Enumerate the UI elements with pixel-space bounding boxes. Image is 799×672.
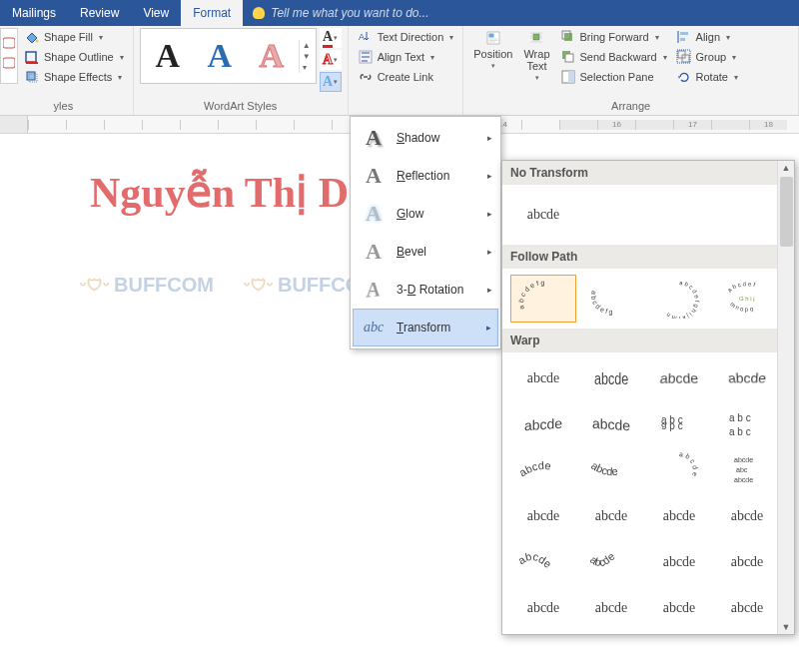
selection-pane-icon	[560, 69, 576, 85]
tab-view[interactable]: View	[131, 0, 181, 26]
text-direction-icon: A	[358, 29, 374, 45]
create-link-button[interactable]: Create Link	[355, 68, 457, 86]
tab-format[interactable]: Format	[181, 0, 243, 26]
wordart-text[interactable]: Nguyễn Thị D	[90, 168, 349, 217]
svg-text:abcde: abcde	[734, 476, 753, 483]
warp-triangle-down[interactable]: abcde	[714, 358, 780, 398]
wordart-preset-2[interactable]: A	[195, 31, 245, 81]
svg-text:A: A	[359, 32, 365, 42]
menu-item-shadow[interactable]: A Shadow ▸	[353, 119, 498, 157]
submenu-scrollbar[interactable]: ▲ ▼	[777, 161, 794, 634]
warp-deflate-bottom[interactable]: abcde	[714, 588, 780, 628]
warp-chevron-down[interactable]: abcde	[578, 404, 644, 444]
warp-curve-up[interactable]: abcde	[510, 496, 576, 536]
menu-item-transform[interactable]: abc Transform ▸	[353, 309, 498, 346]
chevron-down-icon: ▾	[99, 33, 103, 42]
group-label-wordart: WordArt Styles	[140, 98, 342, 114]
group-shape-styles: Shape Fill▾ Shape Outline▾ Shape Effects…	[0, 26, 134, 115]
shape-outline-button[interactable]: Shape Outline▾	[21, 48, 127, 66]
warp-circle-pour[interactable]: a b c d e	[646, 450, 712, 490]
svg-text:a b c d e f g: a b c d e f g	[590, 291, 613, 317]
tell-me-placeholder: Tell me what you want to do...	[271, 6, 428, 20]
tab-mailings[interactable]: Mailings	[0, 0, 68, 26]
transform-none[interactable]: abcde	[510, 191, 576, 239]
bring-forward-button[interactable]: Bring Forward▾	[557, 28, 670, 46]
rotate-button[interactable]: Rotate▾	[673, 68, 741, 86]
shape-style-gallery[interactable]	[0, 28, 18, 84]
svg-rect-13	[488, 34, 493, 38]
svg-text:m n o p q: m n o p q	[729, 301, 753, 312]
warp-curve-down[interactable]: abcde	[578, 496, 644, 536]
position-button[interactable]: Position▾	[469, 28, 516, 72]
chevron-right-icon: ▸	[486, 323, 491, 333]
menu-item-reflection[interactable]: A Reflection ▸	[353, 157, 498, 195]
warp-plain[interactable]: abcde	[510, 358, 576, 398]
transform-arch-down[interactable]: a b c d e f g	[578, 275, 644, 323]
transform-circle[interactable]: a b c d e f g h i j k l m n	[646, 275, 712, 323]
warp-wave1[interactable]: abcde	[510, 542, 576, 582]
align-text-button[interactable]: Align Text▾	[355, 48, 457, 66]
bevel-icon: A	[361, 239, 387, 265]
warp-arch-down[interactable]: abcde	[578, 450, 644, 490]
scroll-thumb[interactable]	[780, 177, 793, 247]
warp-deflate[interactable]: abcde	[578, 588, 644, 628]
group-button[interactable]: Group▾	[673, 48, 741, 66]
warp-can-up[interactable]: abcde	[646, 496, 712, 536]
group-label-arrange: Arrange	[469, 98, 792, 114]
group-arrange: Position▾ WrapText▾ Bring Forward▾ Send …	[463, 26, 799, 115]
warp-can-down[interactable]: abcde	[714, 496, 780, 536]
wrap-text-button[interactable]: WrapText▾	[519, 28, 553, 84]
bulb-icon	[253, 7, 265, 19]
svg-text:a b c d e f g: a b c d e f g	[518, 279, 545, 310]
chevron-down-icon: ▾	[118, 73, 122, 82]
svg-text:abcde: abcde	[518, 459, 552, 479]
warp-doublewave1[interactable]: abcde	[646, 542, 712, 582]
warp-inflate-bottom[interactable]: abcde	[646, 588, 712, 628]
shape-preview-icon	[3, 36, 15, 76]
warp-ring-inside[interactable]: a b ca b c	[646, 404, 712, 444]
wordart-preset-1[interactable]: A	[143, 31, 193, 81]
align-icon	[676, 29, 692, 45]
svg-point-2	[36, 40, 39, 43]
scroll-up-icon[interactable]: ▲	[782, 163, 791, 173]
svg-rect-24	[564, 33, 572, 41]
menu-item-bevel[interactable]: A Bevel ▸	[353, 233, 498, 271]
menu-item-glow[interactable]: A Glow ▸	[353, 195, 498, 233]
svg-text:abc: abc	[736, 466, 748, 473]
warp-triangle-up[interactable]: abcde	[646, 358, 712, 398]
wordart-gallery[interactable]: A A A ▲▼▾	[140, 28, 317, 84]
text-direction-button[interactable]: A Text Direction▾	[355, 28, 457, 46]
rotation-icon: A	[361, 274, 384, 305]
transform-arch-up[interactable]: a b c d e f g	[510, 275, 576, 323]
shape-fill-button[interactable]: Shape Fill▾	[21, 28, 127, 46]
tab-review[interactable]: Review	[68, 0, 131, 26]
wordart-preset-3[interactable]: A	[247, 31, 297, 81]
svg-rect-35	[677, 50, 690, 63]
warp-inflate[interactable]: abcde	[510, 588, 576, 628]
svg-rect-5	[27, 72, 35, 80]
shape-effects-button[interactable]: Shape Effects▾	[21, 68, 127, 86]
warp-stop[interactable]: abcde	[578, 358, 644, 398]
ribbon: Shape Fill▾ Shape Outline▾ Shape Effects…	[0, 26, 799, 116]
svg-text:G h i j: G h i j	[739, 296, 755, 302]
warp-doublewave2[interactable]: abcde	[714, 542, 780, 582]
warp-button-pour[interactable]: abcdeabcabcde	[714, 450, 780, 490]
title-tabs: Mailings Review View Format Tell me what…	[0, 0, 799, 26]
warp-wave2[interactable]: abcde	[578, 542, 644, 582]
warp-chevron-up[interactable]: abcde	[510, 404, 576, 444]
scroll-down-icon[interactable]: ▼	[782, 622, 791, 632]
align-button[interactable]: Align▾	[673, 28, 741, 46]
send-backward-button[interactable]: Send Backward▾	[557, 48, 670, 66]
text-effects-button[interactable]: A▾	[320, 72, 342, 92]
svg-text:a b c d e: a b c d e	[679, 452, 699, 477]
gallery-scroll[interactable]: ▲▼▾	[299, 40, 314, 73]
section-follow-path: Follow Path	[502, 245, 794, 269]
text-fill-button[interactable]: A▾	[320, 28, 342, 48]
menu-item-3d-rotation[interactable]: A 3-D Rotation ▸	[353, 271, 498, 309]
text-outline-button[interactable]: A▾	[320, 50, 342, 70]
warp-ring-outside[interactable]: a b ca b c	[714, 404, 780, 444]
transform-button[interactable]: a b c d e fG h i jm n o p q	[714, 275, 780, 323]
tell-me-search[interactable]: Tell me what you want to do...	[243, 0, 799, 26]
warp-arch-up[interactable]: abcde	[510, 450, 576, 490]
selection-pane-button[interactable]: Selection Pane	[557, 68, 670, 86]
